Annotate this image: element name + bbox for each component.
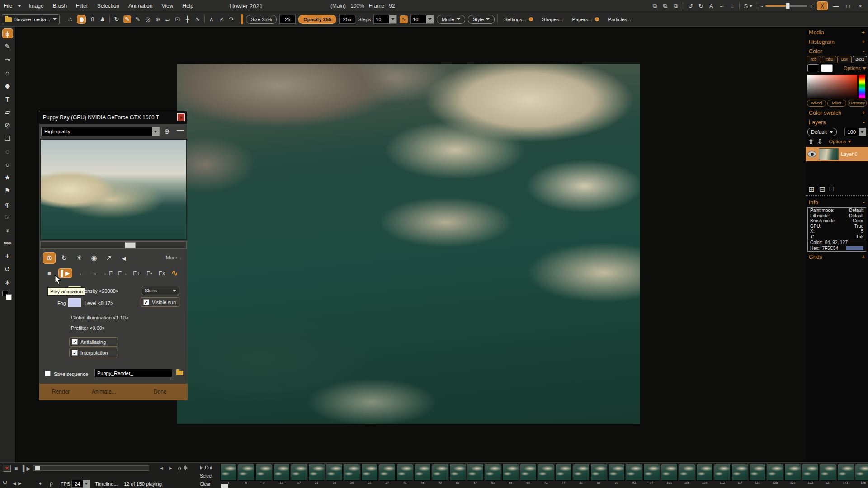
- timeline-frame[interactable]: 77: [555, 464, 572, 487]
- frame-thumbnail[interactable]: [291, 464, 307, 481]
- shapes-button[interactable]: Shapes...: [542, 17, 563, 22]
- sky-density-value[interactable]: ensity <20000>: [85, 288, 118, 294]
- timeline-frame[interactable]: 5: [238, 464, 255, 487]
- knife-tool-button[interactable]: ╳: [817, 1, 828, 10]
- timeline-frame[interactable]: 33: [361, 464, 378, 487]
- separator[interactable]: [739, 2, 740, 9]
- frame-thumbnail[interactable]: [432, 464, 448, 481]
- timeline-frame[interactable]: 61: [485, 464, 501, 487]
- shell-icon[interactable]: ◎: [145, 16, 151, 23]
- tab-rgb2[interactable]: rgb2: [822, 56, 836, 63]
- color-options-dropdown[interactable]: Options: [844, 66, 866, 71]
- frame-thumbnail[interactable]: [749, 464, 766, 481]
- save-sequence-checkbox[interactable]: [45, 371, 51, 376]
- timeline-frame[interactable]: 97: [643, 464, 660, 487]
- menu-file[interactable]: File: [4, 3, 12, 9]
- in-out-label[interactable]: In Out: [200, 465, 212, 470]
- separator[interactable]: [109, 16, 110, 23]
- timeline-frame[interactable]: 17: [291, 464, 307, 487]
- target-icon[interactable]: ⊕: [155, 16, 161, 23]
- frame-thumbnail[interactable]: [784, 464, 801, 481]
- pin-icon[interactable]: ρ: [50, 480, 53, 487]
- layer-thumbnail[interactable]: [819, 148, 839, 160]
- rotate-icon[interactable]: ↻: [113, 16, 120, 23]
- camera-light-button[interactable]: ☀: [73, 252, 85, 264]
- lasso-icon[interactable]: ∿: [194, 16, 201, 23]
- frame-thumbnail[interactable]: [344, 464, 360, 481]
- prefilter-value[interactable]: Prefilter <0.00>: [71, 325, 105, 331]
- secondary-color-swatch[interactable]: [821, 64, 833, 72]
- pencil-active-icon[interactable]: ✎: [123, 15, 131, 23]
- frame-thumbnail[interactable]: [626, 464, 642, 481]
- redo-icon[interactable]: ↻: [698, 3, 704, 9]
- frame-thumbnail[interactable]: [502, 464, 519, 481]
- frame-thumbnail[interactable]: [802, 464, 819, 481]
- fog-level-value[interactable]: Level <8.17>: [85, 300, 113, 306]
- fog-color-swatch[interactable]: [68, 298, 81, 307]
- move-layer-up-icon[interactable]: ⇧: [808, 138, 814, 145]
- antialiasing-checkbox[interactable]: [72, 339, 78, 345]
- expand-icon[interactable]: +: [862, 254, 865, 260]
- timeline-frame[interactable]: 121: [749, 464, 766, 487]
- chevron-down-icon[interactable]: [389, 15, 396, 23]
- ellipse-tool[interactable]: ⊘: [2, 120, 13, 130]
- timeline-frame[interactable]: 45: [414, 464, 431, 487]
- frame-thumbnail[interactable]: [485, 464, 501, 481]
- select-label[interactable]: Select: [200, 474, 212, 479]
- magic-wand-tool[interactable]: ★: [2, 173, 13, 183]
- settings-button[interactable]: Settings...: [504, 17, 526, 22]
- color-section-header[interactable]: Color -: [806, 47, 868, 56]
- brush-shape-button[interactable]: [77, 15, 86, 24]
- tab-box[interactable]: Box: [837, 56, 852, 63]
- media-section-header[interactable]: Media +: [806, 28, 868, 37]
- timeline-frame[interactable]: 125: [767, 464, 783, 487]
- timeline-frame[interactable]: 85: [590, 464, 607, 487]
- timeline-frame[interactable]: 93: [626, 464, 642, 487]
- scrub-thumb[interactable]: [35, 466, 40, 470]
- browse-folder-icon[interactable]: [176, 371, 183, 375]
- antialiasing-checkbox-group[interactable]: Antialiasing: [69, 337, 118, 347]
- timeline-frame[interactable]: 41: [396, 464, 413, 487]
- zoom-tool[interactable]: ○: [2, 160, 13, 169]
- timeline-frame[interactable]: 109: [696, 464, 713, 487]
- harmony-button[interactable]: Harmony: [848, 100, 867, 107]
- grid-icon[interactable]: ╋: [184, 16, 191, 23]
- hue-bar[interactable]: [859, 75, 865, 98]
- list-icon[interactable]: ≡: [729, 3, 735, 9]
- hand-tool[interactable]: ☞: [2, 212, 13, 222]
- timeline-prev-icon[interactable]: ◄: [159, 465, 164, 471]
- scatter-icon[interactable]: ∴: [67, 16, 73, 23]
- tab-box2[interactable]: Box2: [853, 56, 867, 63]
- timeline-frame[interactable]: 101: [661, 464, 678, 487]
- canvas-terrain-render[interactable]: [177, 64, 640, 424]
- separator[interactable]: [683, 2, 683, 9]
- menu-view[interactable]: View: [161, 3, 173, 9]
- mixer-button[interactable]: Mixer: [827, 100, 846, 107]
- last-frame-button[interactable]: F→: [118, 270, 127, 277]
- restore-button[interactable]: □: [844, 3, 852, 9]
- menu-brush[interactable]: Brush: [53, 3, 67, 9]
- horizon-icon[interactable]: ≤: [218, 16, 225, 23]
- marker-icon[interactable]: ♦: [39, 480, 42, 487]
- remove-layer-icon[interactable]: ⊟: [819, 185, 825, 193]
- saturation-value-box[interactable]: [807, 75, 857, 98]
- frame-thumbnail[interactable]: [238, 464, 255, 481]
- star-box-icon[interactable]: ⊡: [175, 16, 181, 23]
- frame-thumbnail[interactable]: [855, 464, 868, 481]
- frame-thumbnail[interactable]: [396, 464, 413, 481]
- timeline-frame[interactable]: 145: [855, 464, 868, 487]
- collapse-icon[interactable]: -: [863, 119, 865, 126]
- frame-thumbnail[interactable]: [820, 464, 836, 481]
- brush-size-slider[interactable]: - +: [761, 3, 813, 9]
- timeline-frame[interactable]: 133: [802, 464, 819, 487]
- more-button[interactable]: More...: [166, 255, 181, 260]
- collapse-icon[interactable]: -: [863, 48, 865, 55]
- frame-thumbnail[interactable]: [361, 464, 378, 481]
- timeline-frame[interactable]: 117: [731, 464, 748, 487]
- timeline-frame[interactable]: 129: [784, 464, 801, 487]
- flow-icon[interactable]: ∿: [400, 15, 408, 23]
- rect-select-tool[interactable]: ☐: [2, 133, 13, 143]
- info-section-header[interactable]: Info -: [806, 197, 868, 207]
- interpolation-checkbox[interactable]: [72, 350, 78, 356]
- frame-thumbnail[interactable]: [573, 464, 590, 481]
